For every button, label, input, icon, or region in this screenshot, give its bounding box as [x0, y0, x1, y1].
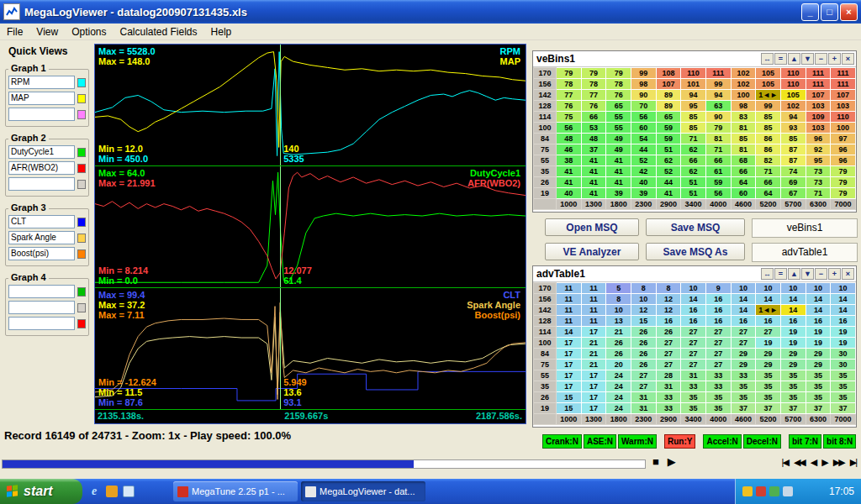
table-cell[interactable]: 49 — [606, 134, 631, 144]
table-cell[interactable]: 14 — [806, 305, 831, 316]
table-cell[interactable]: 55 — [606, 112, 631, 123]
table-cell[interactable]: 26 — [631, 327, 656, 338]
table-cell[interactable]: 76 — [606, 90, 631, 101]
table-cell[interactable]: 29 — [780, 349, 806, 360]
table-cell[interactable]: 14 — [806, 294, 831, 305]
table-cell[interactable]: 74 — [780, 166, 806, 177]
table-cell[interactable]: 62 — [681, 166, 706, 177]
table-cell[interactable]: 49 — [606, 144, 631, 155]
table-cell[interactable]: 111 — [806, 79, 831, 90]
table-cell[interactable]: 26 — [606, 338, 631, 349]
table-cell[interactable]: 16 — [780, 316, 806, 327]
table-cell[interactable]: 14 — [780, 294, 806, 305]
table-cell[interactable]: 66 — [705, 155, 731, 166]
table-cell[interactable]: 107 — [806, 90, 831, 101]
table-cell[interactable]: 31 — [681, 370, 706, 381]
table-cell[interactable]: 27 — [705, 338, 731, 349]
table-cell[interactable]: 56 — [557, 123, 582, 134]
menu-view[interactable]: View — [29, 24, 65, 39]
table-cell[interactable]: 11 — [581, 305, 606, 316]
field-select-boost-psi-[interactable]: Boost(psi) — [8, 247, 75, 260]
table-cell[interactable]: 29 — [731, 360, 756, 370]
table-cell[interactable]: 26 — [631, 349, 656, 360]
table-cell[interactable]: 21 — [581, 338, 606, 349]
table-cell[interactable]: 11 — [581, 283, 606, 294]
table-cell[interactable]: 81 — [731, 123, 756, 134]
table-cell[interactable]: 27 — [705, 327, 731, 338]
menu-options[interactable]: Options — [65, 24, 113, 39]
table-cell[interactable]: 56 — [705, 188, 731, 199]
table-cell[interactable]: 14 — [756, 294, 781, 305]
table-cell[interactable]: 1◄► — [756, 305, 781, 316]
table-cell[interactable]: 62 — [681, 144, 706, 155]
play-button[interactable]: ▶ — [668, 454, 676, 470]
table-cell[interactable]: 37 — [756, 403, 781, 414]
table-cell[interactable]: 27 — [756, 327, 781, 338]
table-cell[interactable]: 41 — [606, 155, 631, 166]
ve-bins-tab[interactable]: veBins1 — [752, 218, 858, 238]
table-cell[interactable]: 35 — [831, 381, 856, 392]
table-cell[interactable]: 89 — [656, 101, 681, 112]
table-cell[interactable]: 10 — [780, 283, 806, 294]
table-cell[interactable]: 90 — [631, 90, 656, 101]
table-cell[interactable]: 19 — [806, 327, 831, 338]
table-cell[interactable]: 27 — [731, 327, 756, 338]
field-select-spark-angle[interactable]: Spark Angle — [8, 231, 75, 244]
show-desktop-icon[interactable] — [123, 486, 135, 497]
table-cell[interactable]: 94 — [681, 90, 706, 101]
graph-panel-1[interactable]: Max = 5528.0Max = 148.0RPMMAPMin = 12.0M… — [95, 45, 526, 166]
table-cell[interactable]: 65 — [606, 101, 631, 112]
table-cell[interactable]: 105 — [780, 90, 806, 101]
table-cell[interactable]: 8 — [656, 283, 681, 294]
table-cell[interactable]: 10 — [756, 283, 781, 294]
table-cell[interactable]: 108 — [656, 68, 681, 79]
table-cell[interactable]: 76 — [581, 101, 606, 112]
minus-icon[interactable]: − — [815, 268, 827, 280]
maximize-button[interactable]: □ — [821, 3, 838, 21]
table-cell[interactable]: 103 — [831, 101, 856, 112]
graph-cursor-line[interactable] — [280, 288, 281, 409]
table-cell[interactable]: 17 — [581, 327, 606, 338]
table-cell[interactable]: 86 — [756, 144, 781, 155]
table-cell[interactable]: 85 — [780, 134, 806, 144]
table-cell[interactable]: 37 — [831, 403, 856, 414]
table-cell[interactable]: 78 — [581, 79, 606, 90]
table-cell[interactable]: 29 — [806, 360, 831, 370]
table-cell[interactable]: 24 — [606, 370, 631, 381]
table-cell[interactable]: 39 — [606, 188, 631, 199]
table-cell[interactable]: 46 — [557, 144, 582, 155]
table-cell[interactable]: 31 — [631, 403, 656, 414]
table-cell[interactable]: 17 — [557, 338, 582, 349]
table-cell[interactable]: 37 — [806, 403, 831, 414]
table-cell[interactable]: 110 — [831, 112, 856, 123]
table-cell[interactable]: 19 — [806, 338, 831, 349]
menu-help[interactable]: Help — [204, 24, 239, 39]
table-cell[interactable]: 41 — [557, 177, 582, 188]
table-cell[interactable]: 75 — [557, 112, 582, 123]
graph-panel-2[interactable]: Max = 64.0Max = 21.991DutyCycle1AFR(WBO2… — [95, 166, 526, 288]
table-cell[interactable]: 10 — [806, 283, 831, 294]
table-cell[interactable]: 85 — [681, 123, 706, 134]
table-cell[interactable]: 35 — [806, 381, 831, 392]
table-cell[interactable]: 44 — [631, 144, 656, 155]
table-cell[interactable]: 33 — [731, 370, 756, 381]
save-msq-as-button[interactable]: Save MSQ As — [646, 243, 745, 260]
table-cell[interactable]: 107 — [831, 90, 856, 101]
table-cell[interactable]: 27 — [705, 349, 731, 360]
table-cell[interactable]: 85 — [756, 112, 781, 123]
table-cell[interactable]: 16 — [731, 316, 756, 327]
table-cell[interactable]: 16 — [681, 305, 706, 316]
table-cell[interactable]: 42 — [631, 166, 656, 177]
table-cell[interactable]: 48 — [581, 134, 606, 144]
table-cell[interactable]: 96 — [806, 134, 831, 144]
table-cell[interactable]: 16 — [756, 316, 781, 327]
table-cell[interactable]: 26 — [656, 327, 681, 338]
table-cell[interactable]: 41 — [557, 166, 582, 177]
table-cell[interactable]: 40 — [631, 177, 656, 188]
table-cell[interactable]: 83 — [731, 112, 756, 123]
task-button-1[interactable]: MegaTune 2.25 p1 - ... — [173, 481, 298, 501]
table-cell[interactable]: 16 — [656, 316, 681, 327]
volume-icon[interactable] — [783, 486, 793, 496]
table-cell[interactable]: 41 — [656, 188, 681, 199]
table-cell[interactable]: 51 — [681, 188, 706, 199]
